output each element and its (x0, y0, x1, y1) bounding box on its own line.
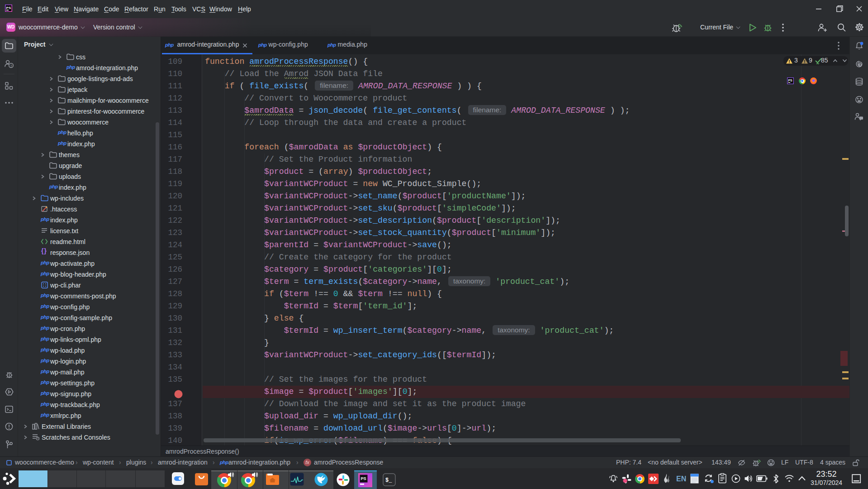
svg-text:?: ? (10, 64, 13, 68)
svg-text:PS: PS (361, 476, 366, 481)
svg-text:PS: PS (788, 79, 792, 82)
svg-text:PS: PS (6, 6, 11, 10)
svg-text:$_: $_ (385, 477, 392, 484)
